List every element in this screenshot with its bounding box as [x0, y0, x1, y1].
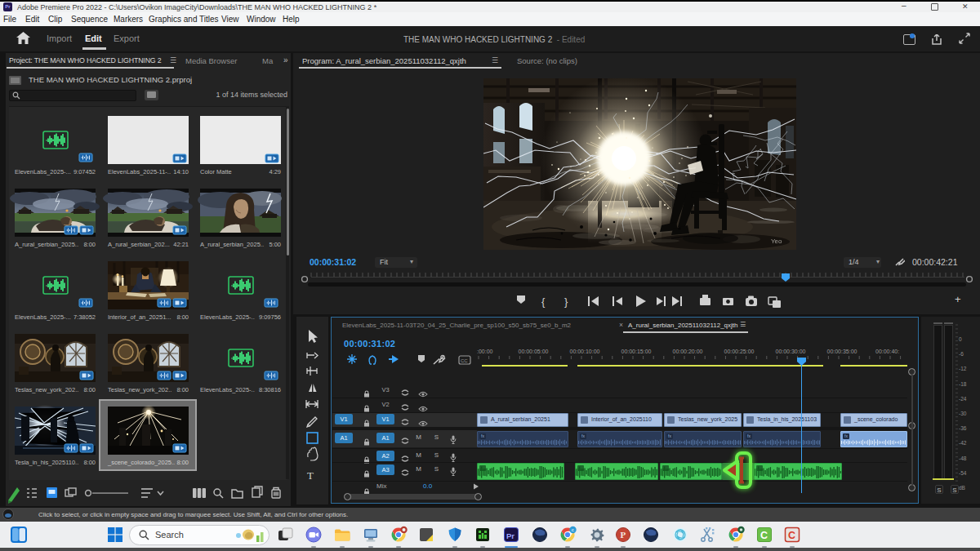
svg-text:00:00:05:00: 00:00:05:00 — [519, 349, 549, 354]
svg-text:c: c — [572, 527, 574, 532]
svg-text:C: C — [760, 530, 768, 541]
svg-text:00:00:35:00: 00:00:35:00 — [827, 349, 858, 354]
svg-text:Pr: Pr — [506, 531, 514, 540]
svg-text:00:00:40:: 00:00:40: — [875, 349, 899, 354]
svg-text:C: C — [788, 530, 795, 541]
svg-text:T: T — [307, 469, 314, 482]
svg-text:{: { — [541, 295, 546, 308]
svg-text:CC: CC — [461, 358, 468, 363]
svg-text:00:00:20:00: 00:00:20:00 — [673, 349, 703, 354]
svg-text:P: P — [621, 530, 626, 540]
svg-text:00:00:10:00: 00:00:10:00 — [570, 349, 600, 354]
svg-text:}: } — [564, 295, 568, 308]
svg-text::00:00: :00:00 — [477, 349, 493, 354]
svg-text:00:00:30:00: 00:00:30:00 — [776, 349, 806, 354]
svg-text:00:00:25:00: 00:00:25:00 — [724, 349, 755, 354]
svg-text:Yeo: Yeo — [771, 238, 782, 245]
svg-text:00:00:15:00: 00:00:15:00 — [621, 349, 652, 354]
